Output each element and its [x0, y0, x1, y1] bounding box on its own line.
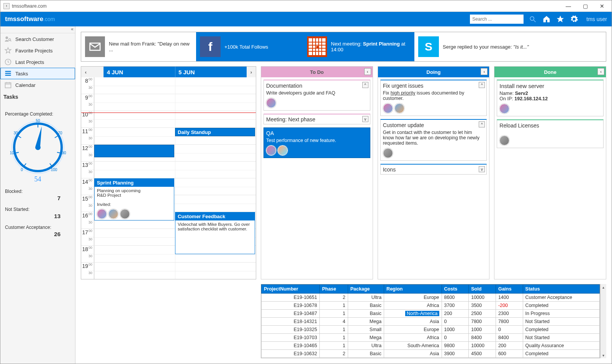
card-customer-update[interactable]: ^ Customer update Get in contact with th…: [380, 119, 487, 161]
table-row[interactable]: E19-106512UltraEurope8600100001400Custom…: [262, 294, 600, 302]
home-icon[interactable]: [542, 15, 551, 24]
card-qa[interactable]: QA Test performance of new feature.: [263, 127, 370, 158]
table-row[interactable]: E19-106781BasicAfrica37003500-200Complet…: [262, 302, 600, 310]
grid-cell: North-America: [384, 310, 442, 318]
card-expand-icon[interactable]: ^: [479, 82, 485, 88]
calendar-event[interactable]: [94, 145, 174, 157]
tile-meeting[interactable]: Next meeting: Sprint Planning at 14:00: [303, 32, 414, 61]
calendar-prev[interactable]: ‹: [81, 67, 90, 77]
gear-icon[interactable]: [569, 15, 579, 24]
grid-scrollbar[interactable]: ▴ ▾: [600, 284, 606, 358]
board-collapse-icon[interactable]: ‹: [364, 68, 371, 75]
grid-cell: E19-10632: [262, 350, 320, 358]
grid-cell: 0: [442, 334, 469, 342]
card-install-server[interactable]: Install new server Name: Serv2 On IP: 19…: [497, 80, 604, 116]
board-title: To Do: [310, 69, 324, 75]
calendar-next[interactable]: ›: [247, 67, 256, 77]
board-doing: Doing ‹ ^ Fix urgent issues Fix high pri…: [378, 66, 490, 279]
maximize-button[interactable]: ▢: [580, 2, 590, 10]
board-collapse-icon[interactable]: ‹: [481, 68, 488, 75]
card-title: Fix urgent issues: [383, 83, 484, 89]
scroll-up-icon[interactable]: ▴: [601, 284, 606, 290]
search-icon[interactable]: [528, 15, 537, 24]
svg-rect-9: [5, 83, 11, 88]
minimize-button[interactable]: —: [563, 2, 573, 10]
calendar-event[interactable]: Sprint PlanningPlanning on upcomingR&D P…: [94, 178, 174, 220]
card-body: Test performance of new feature.: [266, 138, 368, 143]
clock-icon: [4, 58, 12, 66]
grid-header[interactable]: ProjectNumber: [262, 285, 320, 294]
tile-skype-text: Serge replied to your message: "Is it...…: [443, 44, 529, 50]
sidebar-item-favorite-projects[interactable]: Favorite Projects: [0, 45, 75, 56]
app-window: t tmssoftware.com — ▢ ✕ tmssoftware.com: [0, 0, 612, 364]
star-icon[interactable]: [556, 15, 565, 24]
grid-header[interactable]: Package: [348, 285, 384, 294]
tile-facebook[interactable]: f +100k Total Follows: [196, 32, 303, 61]
svg-rect-41: [316, 46, 319, 48]
grid-cell: 10000: [469, 342, 496, 350]
calendar-event[interactable]: Daily Standup: [175, 128, 255, 136]
sidebar-item-calendar[interactable]: Calendar: [0, 79, 75, 91]
grid-header[interactable]: Gains: [496, 285, 523, 294]
tile-mail[interactable]: New mail from Frank: "Delay on new ...: [81, 32, 196, 61]
grid-cell: 2: [319, 350, 348, 358]
table-row[interactable]: E19-107031MegaAfrica084008400Not Started: [262, 334, 600, 342]
board-done: Done ‹ Install new server Name: Serv2 On…: [494, 66, 606, 279]
card-body: Get in contact with the customer to let …: [383, 130, 484, 146]
close-button[interactable]: ✕: [597, 2, 607, 10]
grid-header[interactable]: Sold: [469, 285, 496, 294]
grid-cell: 8400: [469, 334, 496, 342]
card-expand-icon[interactable]: v: [362, 116, 368, 122]
envelope-icon: [85, 36, 105, 57]
sidebar-item-label: Favorite Projects: [15, 48, 53, 54]
tile-skype[interactable]: S Serge replied to your message: "Is it.…: [414, 32, 606, 61]
card-reload-licenses[interactable]: Reload Licenses: [497, 119, 604, 148]
board-collapse-icon[interactable]: ‹: [597, 68, 604, 75]
stat-label-blocked: Blocked:: [5, 189, 70, 194]
svg-line-4: [10, 40, 11, 41]
table-row[interactable]: E19-103251SmallEurope100010000Completed: [262, 326, 600, 334]
grid-cell: E19-10465: [262, 342, 320, 350]
calendar-event[interactable]: Customer FeedbackVideochat with Mike Buy…: [175, 212, 255, 254]
grid-header[interactable]: Region: [384, 285, 442, 294]
calendar-day-header[interactable]: 5 JUN: [175, 67, 247, 77]
grid-header[interactable]: Costs: [442, 285, 469, 294]
calendar-day-header[interactable]: 4 JUN: [103, 67, 175, 77]
grid-cell: 0: [442, 318, 469, 326]
grid-cell: 7800: [496, 318, 523, 326]
main-area: New mail from Frank: "Delay on new ... f…: [75, 26, 612, 364]
sidebar-item-last-projects[interactable]: Last Projects: [0, 56, 75, 68]
grid-cell: Basic: [348, 350, 384, 358]
scroll-down-icon[interactable]: ▾: [601, 352, 606, 358]
grid-cell: Completed: [523, 326, 599, 334]
board-title: Doing: [427, 69, 441, 75]
sidebar-item-search-customer[interactable]: Search Customer: [0, 33, 75, 45]
brand-suffix: .com: [43, 16, 55, 22]
table-row[interactable]: E19-104651UltraSouth-America980010000200…: [262, 342, 600, 350]
card-meeting-next-phase[interactable]: v Meeting: Next phase: [263, 114, 370, 124]
grid-cell: Asia: [384, 350, 442, 358]
card-icons[interactable]: v Icons: [380, 164, 487, 175]
svg-text:70: 70: [58, 131, 62, 135]
grid-cell: -200: [496, 302, 523, 310]
card-expand-icon[interactable]: v: [479, 166, 485, 172]
gauge-label: Percentage Completed:: [5, 111, 70, 117]
card-expand-icon[interactable]: ^: [479, 121, 485, 127]
table-row[interactable]: E19-106322BasicAsia39004500600Completed: [262, 350, 600, 358]
search-input[interactable]: [470, 15, 524, 24]
svg-line-16: [18, 136, 21, 138]
user-label[interactable]: tms user: [586, 16, 607, 22]
grid-cell: 2: [319, 294, 348, 302]
card-expand-icon[interactable]: ^: [362, 82, 368, 88]
table-row[interactable]: E19-104871BasicNorth-America20025002300I…: [262, 310, 600, 318]
sidebar-item-tasks[interactable]: Tasks: [0, 68, 75, 79]
card-fix-issues[interactable]: ^ Fix urgent issues Fix high priority is…: [380, 80, 487, 116]
card-documentation[interactable]: ^ Documentation Write developers guide a…: [263, 80, 370, 111]
grid-header[interactable]: Status: [523, 285, 599, 294]
sidebar-collapse[interactable]: «: [0, 26, 75, 33]
table-row[interactable]: E18-143214MegaAsia078007800Not Started: [262, 318, 600, 326]
grid-cell: 1: [319, 342, 348, 350]
grid-header[interactable]: Phase: [319, 285, 348, 294]
grid-cell: 10000: [469, 294, 496, 302]
tile-fb-text: +100k Total Follows: [224, 44, 268, 50]
